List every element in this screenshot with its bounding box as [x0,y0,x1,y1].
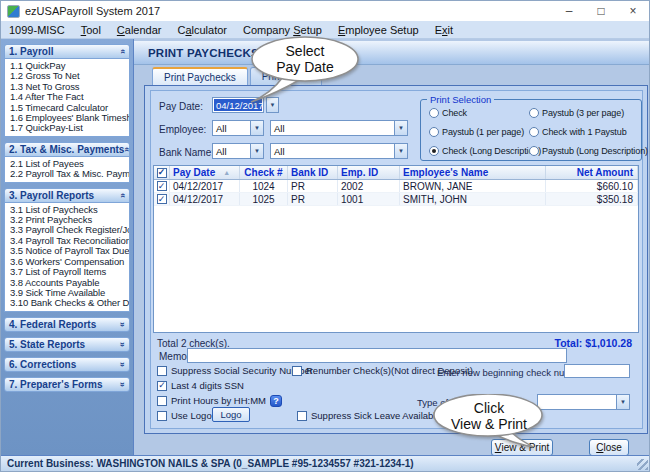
radio-paystub-3-per-page[interactable]: Paystub (3 per page) [529,106,624,119]
sidebar-section-header-6-corrections[interactable]: 6. Corrections« [4,357,130,372]
menu-item-company-setup[interactable]: Company Setup [235,24,330,36]
checkbox-print-hours[interactable]: Print Hours by HH:MM ? [157,394,282,407]
cell-bank-id: PR [288,180,338,192]
sidebar-section-header-5-state-reports[interactable]: 5. State Reports« [4,337,130,352]
menu-item-tool[interactable]: Tool [73,24,109,36]
cell-net-amount: $350.18 [546,193,638,205]
sidebar-item-3-6-workers-compensation[interactable]: 3.6 Workers' Compensation [10,257,129,267]
sidebar-item-1-1-quickpay[interactable]: 1.1 QuickPay [10,61,129,71]
window-title: ezUSAPayroll System 2017 [25,5,160,17]
help-icon[interactable]: ? [270,395,282,407]
print-selection-group: Print Selection CheckPaystub (1 per page… [420,99,642,161]
sidebar-item-3-4-payroll-tax-reconciliation[interactable]: 3.4 Payroll Tax Reconciliation [10,236,129,246]
table-body: ✓04/12/20171024PR2002BROWN, JANE$660.10✓… [154,180,638,206]
checkbox-icon[interactable] [292,366,302,376]
checkbox-icon[interactable]: ✓ [157,381,167,391]
sidebar-section-1-payroll: 1. Payroll«1.1 QuickPay1.2 Gross To Net1… [4,44,130,137]
cell-check: 1025 [240,193,288,205]
menu-item-1099-misc[interactable]: 1099-MISC [1,24,73,36]
sidebar-section-header-2-tax-misc-payments[interactable]: 2. Tax & Misc. Payments« [4,142,130,157]
sidebar-item-1-3-net-to-gross[interactable]: 1.3 Net To Gross [10,82,129,92]
sidebar-section-header-4-federal-reports[interactable]: 4. Federal Reports« [4,317,130,332]
column-header-check[interactable]: Check # [240,166,288,179]
radio-check-with-1-paystub[interactable]: Check with 1 Paystub [529,125,627,138]
checkbox-icon[interactable] [157,411,167,421]
select-all-checkbox[interactable]: ✓ [157,168,167,178]
sidebar-item-3-3-payroll-check-register-journal[interactable]: 3.3 Payroll Check Register/Journal [10,225,129,235]
column-header-employee-s-name[interactable]: Employee's Name [400,166,546,179]
bank-name-select-2[interactable]: All ▼ [270,143,408,159]
checkbox-icon[interactable] [157,366,167,376]
employee-select-2[interactable]: All ▼ [270,120,408,136]
sidebar-item-3-9-sick-time-available[interactable]: 3.9 Sick Time Available [10,288,129,298]
row-checkbox[interactable]: ✓ [157,194,167,204]
sort-ascending-icon: ▲ [223,169,230,176]
window-controls: – □ × [553,1,649,21]
app-window: ezUSAPayroll System 2017 – □ × 1099-MISC… [0,0,650,472]
table-row[interactable]: ✓04/12/20171024PR2002BROWN, JANE$660.10 [154,180,638,193]
cell-employee-s-name: SMITH, JOHN [400,193,546,205]
sidebar-item-3-2-print-paychecks[interactable]: 3.2 Print Paychecks [10,215,129,225]
bubble-select-pay-date: Select Pay Date [249,35,361,107]
sidebar-item-3-5-notice-of-payroll-tax-due[interactable]: 3.5 Notice of Payroll Tax Due [10,246,129,256]
resize-grip-icon[interactable] [637,459,648,470]
sidebar-item-1-5-timecard-calculator[interactable]: 1.5 Timecard Calculator [10,103,129,113]
column-header-net-amount[interactable]: Net Amount [546,166,638,179]
sidebar-item-1-7-quickpay-list[interactable]: 1.7 QuickPay-List [10,123,129,133]
close-action-button[interactable]: Close [589,439,629,456]
sidebar-item-2-2-payroll-tax-misc-payments[interactable]: 2.2 Payroll Tax & Misc. Payments [10,169,129,179]
checkbox-suppress-ssn[interactable]: Suppress Social Security Number [157,364,313,377]
radio-paystub-1-per-page[interactable]: Paystub (1 per page) [429,125,524,138]
table-header-row: ✓Pay Date▲Check #Bank IDEmp. IDEmployee'… [154,166,638,180]
radio-check[interactable]: Check [429,106,467,119]
column-header-pay-date[interactable]: Pay Date▲ [170,166,240,179]
print-selection-legend: Print Selection [427,94,494,105]
sidebar-item-1-2-gross-to-net[interactable]: 1.2 Gross To Net [10,71,129,81]
memo-input[interactable] [187,348,567,363]
bank-name-select-1[interactable]: All ▼ [212,143,264,159]
employee-select-1[interactable]: All ▼ [212,120,264,136]
sidebar-item-3-10-bank-checks-other-debts[interactable]: 3.10 Bank Checks & Other Debts [10,298,129,308]
print-paychecks-tab-page: Pay Date: 04/12/2017 ▼ Employee: All ▼ A… [144,85,648,434]
sidebar-item-2-1-list-of-payees[interactable]: 2.1 List of Payees [10,159,129,169]
checkbox-last4-ssn[interactable]: ✓ Last 4 digits SSN [157,379,244,392]
checkbox-use-logo[interactable]: Use Logo [157,409,212,422]
employee-label: Employee: [159,124,206,135]
sidebar-item-3-7-list-of-payroll-items[interactable]: 3.7 List of Payroll Items [10,267,129,277]
radio-check-long-description[interactable]: Check (Long Description) [429,144,541,157]
sidebar-item-3-8-accounts-payable[interactable]: 3.8 Accounts Payable [10,278,129,288]
checkbox-icon[interactable] [297,411,307,421]
column-header-bank-id[interactable]: Bank ID [288,166,338,179]
cell-net-amount: $660.10 [546,180,638,192]
close-button[interactable]: × [617,1,649,21]
menu-item-calendar[interactable]: Calendar [109,24,170,36]
radio-circle-icon [529,146,539,156]
maximize-button[interactable]: □ [585,1,617,21]
tab-print-paychecks[interactable]: Print Paychecks [152,67,248,85]
sidebar-section-header-1-payroll[interactable]: 1. Payroll« [4,44,130,59]
logo-button[interactable]: Logo [212,407,250,422]
page-header: PRINT PAYCHECKS [134,41,649,65]
row-checkbox[interactable]: ✓ [157,181,167,191]
type-of-check-select[interactable]: ▼ [537,394,630,410]
new-check-number-input[interactable] [564,364,630,378]
sidebar-section-header-3-payroll-reports[interactable]: 3. Payroll Reports« [4,188,130,203]
radio-paystub-long-description[interactable]: Paystub (Long Description) [529,144,648,157]
menu-item-exit[interactable]: Exit [427,24,461,36]
checkbox-icon[interactable] [157,396,167,406]
cell-pay-date: 04/12/2017 [170,193,240,205]
sidebar-item-3-1-list-of-paychecks[interactable]: 3.1 List of Paychecks [10,205,129,215]
sidebar-section-header-7-preparer-s-forms[interactable]: 7. Preparer's Forms« [4,377,130,392]
minimize-button[interactable]: – [553,1,585,21]
radio-circle-icon [429,108,439,118]
dropdown-arrow-icon: ▼ [250,144,263,158]
main-area: PRINT PAYCHECKS Print Paychecks Print Bl… [134,39,649,455]
menu-item-employee-setup[interactable]: Employee Setup [330,24,427,36]
checkbox-suppress-sick-leave[interactable]: Suppress Sick Leave Available [297,409,441,422]
column-header-emp-id[interactable]: Emp. ID [338,166,400,179]
menu-item-calculator[interactable]: Calculator [169,24,235,36]
sidebar-item-1-6-employees-blank-timesheet[interactable]: 1.6 Employees' Blank Timesheet [10,113,129,123]
sidebar-item-1-4-after-the-fact[interactable]: 1.4 After The Fact [10,92,129,102]
table-row[interactable]: ✓04/12/20171025PR1001SMITH, JOHN$350.18 [154,193,638,206]
dropdown-arrow-icon: ▼ [616,395,629,409]
